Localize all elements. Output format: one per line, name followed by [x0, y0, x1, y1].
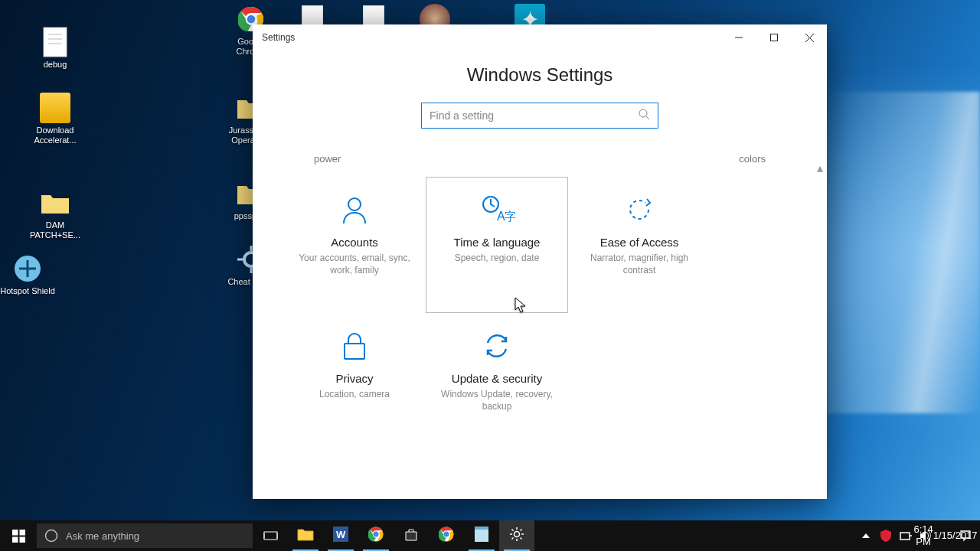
cursor-icon: [514, 297, 527, 317]
taskbar-settings[interactable]: [499, 520, 534, 551]
tray-network-icon[interactable]: [896, 520, 916, 551]
window-title: Settings: [262, 32, 295, 43]
tile-time-language[interactable]: A 字 Time & language Speech, region, date: [426, 177, 568, 313]
svg-rect-29: [19, 536, 25, 543]
folder-icon: [39, 187, 71, 219]
hint-right: colors: [739, 153, 766, 165]
update-icon: [434, 328, 560, 364]
tile-accounts[interactable]: Accounts Your accounts, email, sync, wor…: [283, 177, 426, 313]
start-button[interactable]: [0, 520, 37, 551]
svg-line-20: [646, 116, 649, 119]
accounts-icon: [292, 191, 417, 228]
chrome-icon: [439, 527, 454, 546]
svg-rect-33: [277, 533, 278, 538]
notepad-icon: [475, 527, 488, 546]
svg-text:W: W: [336, 529, 346, 540]
desktop-icon-download-accelerator[interactable]: Download Accelerat...: [28, 92, 83, 145]
tray-shield-icon[interactable]: [876, 520, 896, 551]
svg-rect-0: [44, 28, 67, 57]
minimize-button[interactable]: [721, 24, 756, 51]
svg-point-30: [46, 530, 57, 542]
ease-of-access-icon: [577, 191, 702, 228]
settings-search-input[interactable]: [430, 109, 639, 122]
settings-search-box[interactable]: [421, 103, 658, 129]
svg-point-39: [443, 531, 449, 536]
desktop[interactable]: debug Download Accelerat... DAM PATCH+SE…: [0, 0, 980, 551]
svg-rect-26: [12, 530, 18, 536]
hint-left: power: [314, 153, 341, 165]
cortana-icon: [44, 529, 58, 543]
file-icon: [39, 26, 71, 58]
taskbar-notepad[interactable]: [464, 520, 499, 551]
page-title: Windows Settings: [253, 64, 827, 86]
taskbar: Ask me anything W 6:14 PM 1/15/2017: [0, 520, 980, 551]
svg-rect-16: [771, 34, 778, 41]
desktop-icon-hotspot-shield[interactable]: Hotspot Shield: [0, 253, 55, 296]
word-icon: W: [333, 527, 348, 546]
svg-rect-32: [263, 533, 264, 538]
folder-icon: [297, 527, 314, 545]
desktop-icon-debug[interactable]: debug: [28, 26, 83, 70]
system-tray: 6:14 PM 1/15/2017: [856, 520, 980, 551]
lock-icon: [292, 328, 417, 364]
app-icon: [39, 92, 71, 124]
svg-rect-28: [12, 536, 18, 543]
cortana-search[interactable]: Ask me anything: [37, 523, 253, 548]
settings-window: Settings Windows Settings power colors: [253, 24, 827, 499]
chrome-icon: [368, 527, 384, 546]
store-icon: [403, 527, 419, 546]
svg-rect-25: [345, 344, 364, 359]
task-view-button[interactable]: [253, 520, 288, 551]
titlebar[interactable]: Settings: [253, 24, 827, 51]
svg-text:字: 字: [505, 210, 515, 223]
close-button[interactable]: [792, 24, 827, 51]
svg-rect-41: [475, 527, 488, 530]
action-center-icon[interactable]: [956, 520, 975, 551]
taskbar-word[interactable]: W: [323, 520, 358, 551]
tray-chevron-up-icon[interactable]: [856, 520, 876, 551]
svg-point-21: [348, 198, 361, 210]
scrollbar[interactable]: ▴: [815, 162, 825, 491]
tile-privacy[interactable]: Privacy Location, camera: [283, 313, 426, 449]
tile-update-security[interactable]: Update & security Windows Update, recove…: [426, 313, 568, 449]
taskbar-chrome[interactable]: [358, 520, 394, 551]
svg-point-37: [373, 531, 378, 536]
svg-rect-27: [19, 530, 25, 536]
app-icon: [11, 253, 44, 285]
time-language-icon: A 字: [434, 191, 560, 228]
svg-point-19: [639, 109, 647, 117]
show-desktop-button[interactable]: [975, 520, 980, 551]
settings-grid: Accounts Your accounts, email, sync, wor…: [253, 177, 827, 449]
svg-point-42: [514, 531, 520, 536]
desktop-icon-dam-patch[interactable]: DAM PATCH+SE...: [28, 187, 83, 240]
maximize-button[interactable]: [756, 24, 792, 51]
search-icon: [639, 109, 650, 123]
taskbar-explorer[interactable]: [288, 520, 323, 551]
svg-rect-31: [264, 532, 277, 540]
tile-ease-of-access[interactable]: Ease of Access Narrator, magnifier, high…: [568, 177, 710, 313]
gear-icon: [509, 527, 524, 546]
taskbar-clock[interactable]: 6:14 PM 1/15/2017: [936, 520, 956, 551]
taskbar-chrome-2[interactable]: [429, 520, 464, 551]
taskbar-store[interactable]: [394, 520, 429, 551]
scroll-up-icon[interactable]: ▴: [815, 162, 825, 173]
svg-rect-43: [900, 533, 910, 540]
